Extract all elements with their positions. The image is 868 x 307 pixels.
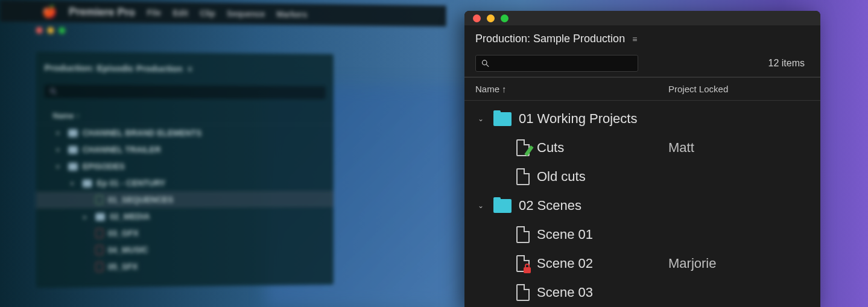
bg-tree-row: 03_GFX [36, 224, 334, 242]
menu-markers: Markers [276, 10, 307, 19]
maximize-icon[interactable] [501, 14, 508, 22]
folder-icon [493, 199, 512, 213]
tree-row-label: Scene 01 [537, 227, 593, 242]
tree-row-label: 02 Scenes [519, 198, 581, 214]
menu-edit: Edit [173, 8, 188, 17]
search-input-wrapper[interactable] [475, 55, 638, 72]
column-header-name[interactable]: Name ↑ [475, 84, 668, 94]
bg-tree-row: 01_SEQUENCES [36, 191, 334, 208]
tree-row[interactable]: Scene 01 [464, 220, 820, 249]
project-tree: ⌄01 Working ProjectsCutsMattOld cuts⌄02 … [464, 101, 820, 307]
window-traffic-lights [464, 11, 820, 25]
bg-panel-title: Production: Episodic Production [45, 63, 183, 74]
file-icon [516, 168, 530, 185]
tree-row[interactable]: ⌄02 Scenes [464, 191, 820, 220]
bg-tree-row: ▾CHANNEL TRAILER [36, 141, 334, 158]
file-icon [516, 226, 530, 243]
tree-row-label: 01 Working Projects [519, 111, 637, 127]
file-locked-icon [516, 255, 530, 272]
tree-row[interactable]: CutsMatt [464, 133, 820, 162]
production-panel: Production: Sample Production ≡ 12 items… [464, 11, 820, 307]
menu-file: File [147, 8, 160, 17]
item-count: 12 items [768, 58, 809, 69]
folder-icon [493, 112, 512, 126]
locked-by-value: Marjorie [668, 256, 809, 271]
bg-tree-row: ▾Ep 01 - CENTURY [36, 174, 334, 192]
bg-tree-row: ▸02_MEDIA [36, 207, 334, 225]
svg-point-2 [483, 60, 487, 65]
tree-row[interactable]: Scene 03 [464, 278, 820, 307]
minimize-icon[interactable] [487, 14, 495, 22]
search-icon [481, 59, 490, 68]
expand-caret-icon[interactable]: ⌄ [475, 201, 486, 210]
svg-line-3 [486, 65, 489, 67]
svg-line-1 [54, 92, 56, 94]
file-editing-icon [516, 139, 530, 156]
background-app-window: 🍎 Premiere Pro File Edit Clip Sequence M… [0, 0, 446, 307]
bg-panel-menu-icon: ≡ [188, 63, 192, 74]
bg-sort-arrow-icon: ↑ [76, 111, 80, 120]
tree-row[interactable]: ⌄01 Working Projects [464, 104, 820, 133]
tree-row-label: Scene 03 [537, 285, 593, 300]
bg-tree-row: 04_MUSIC [36, 240, 334, 259]
close-icon[interactable] [473, 14, 481, 22]
panel-title: Production: Sample Production [475, 33, 625, 45]
search-input[interactable] [490, 59, 638, 68]
bg-tree-row: ▾CHANNEL BRAND ELEMENTS [36, 124, 334, 141]
bg-tree-row: 05_SFX [36, 256, 334, 276]
app-name: Premiere Pro [69, 5, 135, 19]
tree-row-label: Cuts [537, 140, 564, 156]
apple-menu-icon: 🍎 [42, 4, 57, 19]
locked-by-value: Matt [668, 140, 809, 156]
bg-tree-row: ▾EPISODES [36, 158, 334, 175]
menu-sequence: Sequence [227, 9, 265, 19]
bg-search-input [45, 84, 326, 99]
menu-clip: Clip [200, 8, 215, 18]
expand-caret-icon[interactable]: ⌄ [475, 115, 486, 123]
tree-row-label: Old cuts [537, 169, 586, 185]
column-header-locked[interactable]: Project Locked [668, 84, 809, 94]
file-icon [516, 284, 530, 301]
sort-ascending-icon: ↑ [502, 84, 507, 94]
tree-row-label: Scene 02 [537, 256, 593, 271]
tree-row[interactable]: Old cuts [464, 162, 820, 191]
bg-col-name: Name [52, 111, 74, 120]
svg-point-0 [51, 89, 55, 93]
panel-menu-icon[interactable]: ≡ [632, 34, 638, 44]
tree-row[interactable]: Scene 02Marjorie [464, 249, 820, 278]
